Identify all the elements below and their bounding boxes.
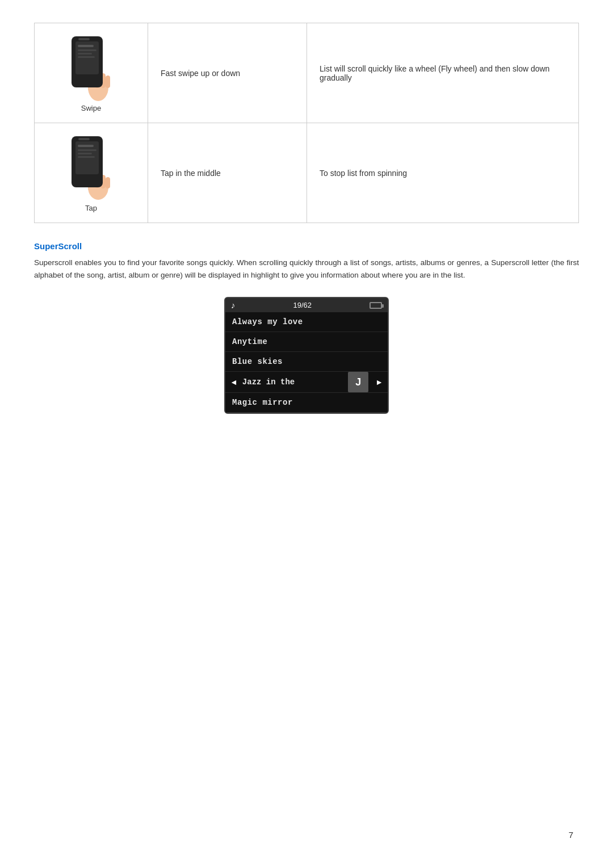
jazz-label: Jazz in the bbox=[242, 372, 346, 392]
list-item-anytime: Anytime bbox=[225, 332, 388, 352]
tap-result-text: To stop list from spinning bbox=[320, 169, 407, 178]
tap-device-illustration bbox=[63, 133, 120, 202]
svg-rect-24 bbox=[78, 138, 90, 140]
list-item-magic-mirror: Magic mirror bbox=[225, 393, 388, 413]
swipe-result-text: List will scroll quickly like a wheel (F… bbox=[320, 64, 549, 82]
screen-mockup: ♪ 19/62 Always my love Anytime Blue skie… bbox=[224, 297, 389, 414]
superscroll-title: SuperScroll bbox=[34, 241, 579, 251]
svg-rect-8 bbox=[78, 49, 96, 51]
track-counter: 19/62 bbox=[293, 301, 312, 309]
superscroll-description: Superscroll enables you to find your fav… bbox=[34, 257, 579, 281]
svg-rect-16 bbox=[106, 177, 110, 188]
table-row-swipe: Swipe Fast swipe up or down List will sc… bbox=[35, 23, 579, 123]
jazz-next-arrow: ► bbox=[371, 372, 388, 392]
music-note-icon: ♪ bbox=[231, 300, 236, 310]
superscroll-section: SuperScroll Superscroll enables you to f… bbox=[34, 241, 579, 414]
svg-rect-22 bbox=[78, 153, 92, 154]
page-number: 7 bbox=[569, 830, 573, 840]
svg-rect-10 bbox=[78, 56, 95, 58]
svg-rect-23 bbox=[78, 156, 95, 158]
tap-result-cell: To stop list from spinning bbox=[307, 123, 579, 223]
svg-rect-11 bbox=[78, 38, 90, 40]
list-item-always: Always my love bbox=[225, 312, 388, 332]
swipe-result-cell: List will scroll quickly like a wheel (F… bbox=[307, 23, 579, 123]
swipe-device-illustration bbox=[63, 33, 120, 102]
list-item-blue-skies: Blue skies bbox=[225, 352, 388, 372]
song-list: Always my love Anytime Blue skies ◄ Jazz… bbox=[225, 312, 388, 413]
swipe-gesture-cell: Fast swipe up or down bbox=[148, 23, 307, 123]
svg-rect-20 bbox=[78, 145, 94, 147]
tap-label: Tap bbox=[85, 204, 97, 212]
svg-rect-9 bbox=[78, 53, 92, 54]
swipe-gesture-text: Fast swipe up or down bbox=[161, 69, 240, 78]
screen-header: ♪ 19/62 bbox=[225, 298, 388, 312]
table-row-tap: Tap Tap in the middle To stop list from … bbox=[35, 123, 579, 223]
jazz-prev-arrow: ◄ bbox=[225, 372, 242, 392]
superscroll-letter: J bbox=[348, 372, 368, 392]
screen-mockup-container: ♪ 19/62 Always my love Anytime Blue skie… bbox=[34, 297, 579, 414]
battery-icon bbox=[370, 302, 382, 309]
tap-gesture-cell: Tap in the middle bbox=[148, 123, 307, 223]
gesture-table: Swipe Fast swipe up or down List will sc… bbox=[34, 23, 579, 223]
svg-rect-7 bbox=[78, 45, 94, 47]
swipe-image-cell: Swipe bbox=[35, 23, 148, 123]
tap-gesture-text: Tap in the middle bbox=[161, 169, 221, 178]
svg-rect-4 bbox=[106, 76, 110, 88]
swipe-label: Swipe bbox=[81, 104, 101, 112]
list-item-jazz: ◄ Jazz in the J ► bbox=[225, 372, 388, 393]
svg-rect-21 bbox=[78, 149, 96, 151]
tap-image-cell: Tap bbox=[35, 123, 148, 223]
